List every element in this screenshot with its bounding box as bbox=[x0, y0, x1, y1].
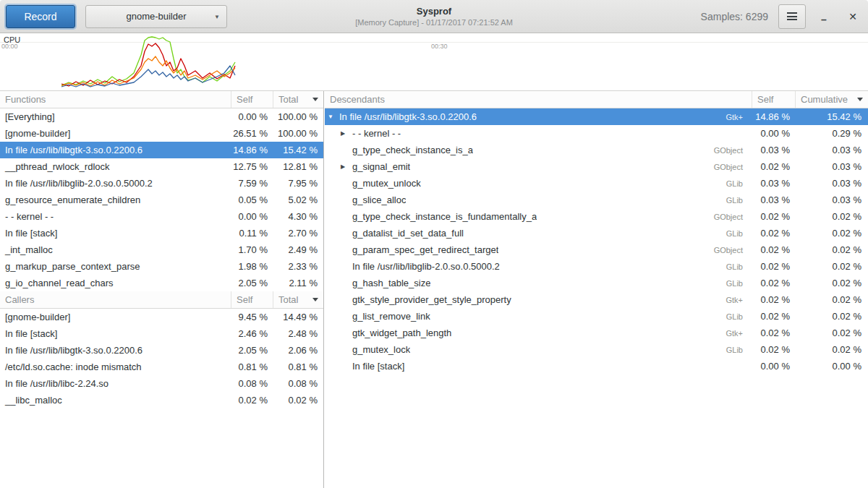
cumulative-value: 0.02 % bbox=[796, 294, 868, 305]
tree-row[interactable]: g_type_check_instance_is_aGObject0.03 %0… bbox=[325, 142, 868, 158]
time-label-start: 00:00 bbox=[1, 43, 18, 50]
expander-closed-icon[interactable]: ▶ bbox=[341, 130, 352, 137]
cpu-graph-svg bbox=[0, 33, 868, 91]
cumulative-value: 0.00 % bbox=[796, 361, 868, 372]
tree-row[interactable]: g_type_check_instance_is_fundamentally_a… bbox=[325, 208, 868, 225]
tree-row[interactable]: gtk_style_provider_get_style_propertyGtk… bbox=[325, 291, 868, 308]
cumulative-value: 0.03 % bbox=[796, 145, 868, 155]
tree-row[interactable]: ▼In file /usr/lib/libgtk-3.so.0.2200.6Gt… bbox=[325, 108, 868, 125]
sort-descending-icon bbox=[312, 298, 318, 301]
function-name: [Everything] bbox=[0, 111, 231, 122]
self-value: 0.02 % bbox=[752, 311, 796, 322]
tree-row[interactable]: g_datalist_id_set_data_fullGLib0.02 %0.0… bbox=[325, 225, 868, 241]
window-title-group: Sysprof [Memory Capture] - 01/17/2017 07… bbox=[355, 5, 513, 27]
self-value: 0.02 % bbox=[752, 344, 796, 355]
tree-row[interactable]: g_list_remove_linkGLib0.02 %0.02 % bbox=[325, 308, 868, 325]
tree-row[interactable]: g_param_spec_get_redirect_targetGObject0… bbox=[325, 241, 868, 258]
table-row[interactable]: _int_malloc1.70 %2.49 % bbox=[0, 241, 323, 258]
minimize-icon: – bbox=[821, 14, 827, 25]
tree-row[interactable]: In file /usr/lib/libglib-2.0.so.0.5000.2… bbox=[325, 258, 868, 275]
total-value: 4.30 % bbox=[273, 211, 323, 222]
total-value: 0.08 % bbox=[273, 378, 323, 389]
table-row[interactable]: [gnome-builder]26.51 %100.00 % bbox=[0, 125, 323, 142]
sysprof-window: Record gnome-builder ▼ Sysprof [Memory C… bbox=[0, 0, 868, 488]
function-name: In file [stack] bbox=[0, 228, 231, 239]
table-row[interactable]: In file /usr/lib/libgtk-3.so.0.2200.614.… bbox=[0, 142, 323, 158]
table-row[interactable]: In file [stack]0.11 %2.70 % bbox=[0, 225, 323, 241]
table-row[interactable]: __pthread_rwlock_rdlock12.75 %12.81 % bbox=[0, 158, 323, 175]
tree-row[interactable]: g_mutex_lockGLib0.02 %0.02 % bbox=[325, 341, 868, 358]
table-row[interactable]: g_markup_parse_context_parse1.98 %2.33 % bbox=[0, 258, 323, 275]
table-row[interactable]: In file [stack]2.46 %2.48 % bbox=[0, 325, 323, 342]
callers-column-header[interactable]: Callers bbox=[0, 291, 231, 308]
category-label: GObject bbox=[707, 246, 747, 254]
minimize-button[interactable]: – bbox=[813, 4, 835, 29]
descendant-name-cell: g_datalist_id_set_data_fullGLib bbox=[325, 228, 752, 239]
sort-descending-icon bbox=[312, 98, 318, 101]
table-row[interactable]: g_io_channel_read_chars2.05 %2.11 % bbox=[0, 275, 323, 291]
record-button[interactable]: Record bbox=[6, 5, 75, 28]
callers-self-column-header[interactable]: Self bbox=[231, 291, 273, 308]
functions-column-header[interactable]: Functions bbox=[0, 91, 231, 108]
functions-rows: [Everything]0.00 %100.00 %[gnome-builder… bbox=[0, 108, 323, 291]
total-value: 2.06 % bbox=[273, 345, 323, 356]
self-value: 0.03 % bbox=[752, 178, 796, 189]
total-column-header[interactable]: Total bbox=[273, 91, 323, 108]
expander-open-icon[interactable]: ▼ bbox=[328, 114, 339, 120]
self-value: 0.05 % bbox=[231, 194, 273, 205]
descendant-name-cell: g_type_check_instance_is_fundamentally_a… bbox=[325, 211, 752, 222]
cumulative-value: 0.29 % bbox=[796, 128, 868, 139]
descendant-name-cell: g_param_spec_get_redirect_targetGObject bbox=[325, 244, 752, 255]
expander-closed-icon[interactable]: ▶ bbox=[341, 163, 352, 170]
descendant-name: g_slice_alloc bbox=[352, 194, 406, 205]
tree-row[interactable]: g_hash_table_sizeGLib0.02 %0.02 % bbox=[325, 275, 868, 291]
tree-row[interactable]: g_slice_allocGLib0.03 %0.03 % bbox=[325, 192, 868, 208]
self-value: 0.02 % bbox=[752, 278, 796, 288]
total-value: 14.49 % bbox=[273, 312, 323, 322]
self-value: 0.00 % bbox=[752, 361, 796, 372]
total-value: 15.42 % bbox=[273, 145, 323, 155]
table-row[interactable]: [Everything]0.00 %100.00 % bbox=[0, 108, 323, 125]
menu-button[interactable] bbox=[778, 4, 806, 29]
cumulative-value: 15.42 % bbox=[796, 111, 868, 122]
cumulative-value: 0.02 % bbox=[796, 311, 868, 322]
callers-table-header: Callers Self Total bbox=[0, 291, 323, 309]
callers-column-label: Callers bbox=[5, 294, 34, 305]
cumulative-value: 0.02 % bbox=[796, 228, 868, 239]
total-value: 2.11 % bbox=[273, 278, 323, 288]
hamburger-icon bbox=[787, 11, 797, 22]
self-value: 14.86 % bbox=[752, 111, 796, 122]
self-value: 0.00 % bbox=[231, 211, 273, 222]
tree-row[interactable]: g_mutex_unlockGLib0.03 %0.03 % bbox=[325, 175, 868, 192]
cumulative-value: 0.03 % bbox=[796, 161, 868, 172]
self-value: 0.03 % bbox=[752, 194, 796, 205]
descendants-column-header[interactable]: Descendants bbox=[325, 91, 752, 108]
function-name: _int_malloc bbox=[0, 244, 231, 255]
tree-row[interactable]: gtk_widget_path_lengthGtk+0.02 %0.02 % bbox=[325, 325, 868, 341]
cumulative-column-header[interactable]: Cumulative bbox=[796, 91, 868, 108]
descendants-self-column-header[interactable]: Self bbox=[752, 91, 796, 108]
self-value: 0.11 % bbox=[231, 228, 273, 239]
table-row[interactable]: In file /usr/lib/libgtk-3.so.0.2200.62.0… bbox=[0, 342, 323, 359]
descendant-name-cell: g_hash_table_sizeGLib bbox=[325, 278, 752, 288]
cpu-line-orange bbox=[61, 56, 235, 86]
self-value: 2.05 % bbox=[231, 278, 273, 288]
cumulative-value: 0.02 % bbox=[796, 211, 868, 222]
table-row[interactable]: - - kernel - -0.00 %4.30 % bbox=[0, 208, 323, 225]
table-row[interactable]: __libc_malloc0.02 %0.02 % bbox=[0, 392, 323, 408]
self-value: 0.02 % bbox=[752, 244, 796, 255]
descendant-name-cell: g_slice_allocGLib bbox=[325, 194, 752, 205]
table-row[interactable]: In file /usr/lib/libglib-2.0.so.0.5000.2… bbox=[0, 175, 323, 192]
tree-row[interactable]: ▶- - kernel - -0.00 %0.29 % bbox=[325, 125, 868, 142]
table-row[interactable]: /etc/ld.so.cache: inode mismatch0.81 %0.… bbox=[0, 359, 323, 375]
table-row[interactable]: g_resource_enumerate_children0.05 %5.02 … bbox=[0, 192, 323, 208]
callers-total-column-header[interactable]: Total bbox=[273, 291, 323, 308]
descendant-name: g_param_spec_get_redirect_target bbox=[352, 244, 498, 255]
table-row[interactable]: In file /usr/lib/libc-2.24.so0.08 %0.08 … bbox=[0, 375, 323, 392]
target-selector-dropdown[interactable]: gnome-builder ▼ bbox=[85, 5, 227, 28]
tree-row[interactable]: ▶g_signal_emitGObject0.02 %0.03 % bbox=[325, 158, 868, 175]
table-row[interactable]: [gnome-builder]9.45 %14.49 % bbox=[0, 309, 323, 325]
tree-row[interactable]: In file [stack]0.00 %0.00 % bbox=[325, 358, 868, 374]
close-button[interactable]: ✕ bbox=[842, 4, 864, 29]
self-column-header[interactable]: Self bbox=[231, 91, 273, 108]
